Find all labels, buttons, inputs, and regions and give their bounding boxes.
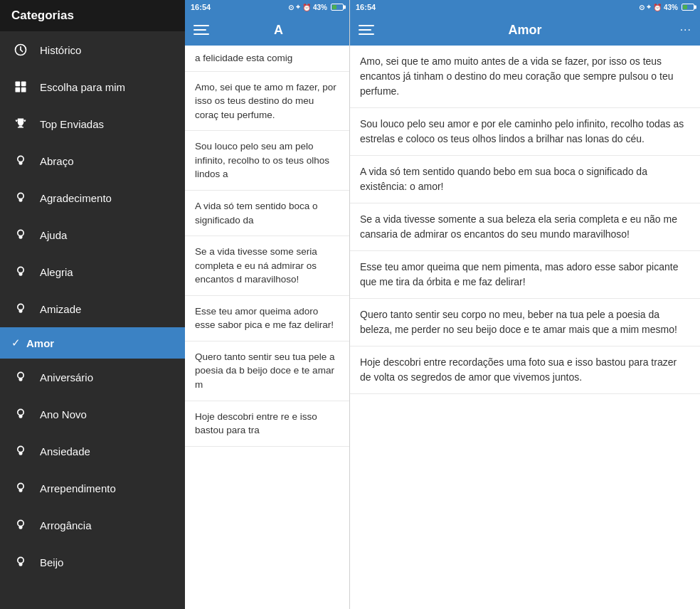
sidebar-item-agradecimento[interactable]: Agradecimento — [0, 179, 185, 216]
sidebar-item-arrependimento[interactable]: Arrependimento — [0, 470, 185, 507]
list-content: a felicidade esta comig Amo, sei que te … — [185, 46, 349, 609]
bulb-icon — [11, 263, 30, 281]
sidebar-item-ansiedade[interactable]: Ansiedade — [0, 433, 185, 470]
list-item-text: Se a vida tivesse some seria completa e … — [195, 246, 317, 285]
alarm-icon: ⏰ — [302, 4, 311, 11]
sidebar-title: Categorias — [11, 9, 74, 23]
sidebar-item-alegria[interactable]: Alegria — [0, 253, 185, 290]
more-button[interactable]: ··· — [669, 23, 691, 36]
list-item-partial-top: a felicidade esta comig — [185, 46, 349, 72]
list-panel: 16:54 ⊙ ⌖ ⏰ 43% A a felicidade esta comi… — [185, 0, 350, 609]
list-item[interactable]: Amo, sei que te amo m fazer, por isso os… — [185, 72, 349, 132]
sidebar-item-label: Histórico — [40, 44, 81, 56]
three-dots-icon: ··· — [680, 23, 691, 36]
sidebar-item-amor[interactable]: ✓ Amor — [0, 327, 185, 359]
sidebar-item-label: Abraço — [40, 155, 74, 167]
list-item-text: A vida só tem sentido boca o significado… — [195, 201, 318, 226]
list-item-text: Sou louco pelo seu am pelo infinito, rec… — [195, 141, 329, 179]
bulb-icon — [11, 479, 30, 497]
sidebar-item-label: Top Enviadas — [40, 118, 104, 130]
sidebar-item-aniversario[interactable]: Aniversário — [0, 359, 185, 396]
sidebar-item-abraco[interactable]: Abraço — [0, 142, 185, 179]
detail-item[interactable]: Quero tanto sentir seu corpo no meu, beb… — [350, 299, 700, 346]
detail-item-text: Se a vida tivesse somente a sua beleza e… — [360, 213, 677, 240]
svg-point-14 — [18, 372, 23, 378]
bulb-icon — [11, 189, 30, 207]
status-bar: 16:54 ⊙ ⌖ ⏰ 43% — [185, 0, 349, 14]
sidebar-item-beijo[interactable]: Beijo — [0, 544, 185, 581]
svg-point-15 — [18, 409, 23, 415]
detail-item[interactable]: Se a vida tivesse somente a sua beleza e… — [350, 203, 700, 251]
hamburger-icon — [359, 29, 371, 31]
detail-item-text: Amo, sei que te amo muito antes de a vid… — [360, 55, 674, 97]
svg-point-9 — [18, 156, 23, 161]
svg-point-10 — [18, 193, 23, 198]
list-item-text: Amo, sei que te amo m fazer, por isso os… — [195, 82, 336, 120]
hamburger-icon — [193, 33, 209, 35]
detail-item[interactable]: Amo, sei que te amo muito antes de a vid… — [350, 46, 700, 108]
detail-item-text: A vida só tem sentido quando bebo em sua… — [360, 166, 647, 192]
detail-item[interactable]: Hoje descobri entre recordações uma foto… — [350, 346, 700, 394]
list-item[interactable]: A vida só tem sentido boca o significado… — [185, 191, 349, 236]
sidebar-item-escolha[interactable]: Escolha para mim — [0, 68, 185, 105]
sidebar-item-amizade[interactable]: Amizade — [0, 290, 185, 327]
bulb-icon — [11, 368, 30, 386]
svg-point-16 — [18, 446, 23, 452]
sidebar-item-ajuda[interactable]: Ajuda — [0, 216, 185, 253]
sidebar-item-label: Arrependimento — [40, 482, 116, 494]
detail-content: Amo, sei que te amo muito antes de a vid… — [350, 46, 700, 609]
sidebar-item-historico[interactable]: Histórico — [0, 31, 185, 68]
list-item[interactable]: Esse teu amor queima adoro esse sabor pi… — [185, 296, 349, 341]
location-icon: ⌖ — [296, 3, 300, 11]
list-item[interactable]: Quero tanto sentir seu tua pele a poesia… — [185, 341, 349, 401]
svg-point-12 — [18, 267, 23, 272]
sidebar-item-ano-novo[interactable]: Ano Novo — [0, 396, 185, 433]
menu-button[interactable] — [193, 25, 216, 35]
svg-point-18 — [18, 520, 23, 526]
sidebar-item-label: Arrogância — [40, 519, 92, 531]
svg-rect-3 — [16, 82, 21, 87]
battery-icon — [682, 4, 694, 11]
sidebar-item-label: Beijo — [40, 556, 63, 568]
cube-icon — [11, 78, 30, 96]
bulb-icon — [11, 226, 30, 244]
svg-point-17 — [18, 483, 23, 489]
svg-point-19 — [18, 557, 23, 563]
detail-item[interactable]: Sou louco pelo seu amor e por ele caminh… — [350, 108, 700, 156]
bulb-icon — [11, 516, 30, 534]
detail-menu-button[interactable] — [359, 25, 381, 35]
list-item-text: Quero tanto sentir seu tua pele a poesia… — [195, 351, 335, 390]
list-item[interactable]: Sou louco pelo seu am pelo infinito, rec… — [185, 131, 349, 191]
list-item[interactable]: Se a vida tivesse some seria completa e … — [185, 236, 349, 296]
battery-percent: 43% — [313, 4, 327, 11]
detail-status-bar: 16:54 ⊙ ⌖ ⏰ 43% — [350, 0, 700, 14]
bulb-icon — [11, 300, 30, 318]
list-item-text: Esse teu amor queima adoro esse sabor pi… — [195, 306, 334, 331]
hamburger-icon — [359, 25, 374, 26]
bulb-icon — [11, 405, 30, 423]
sidebar-header: Categorias — [0, 0, 185, 31]
location-icon: ⌖ — [647, 3, 651, 11]
sidebar-item-label: Escolha para mim — [40, 81, 125, 93]
svg-line-2 — [21, 50, 23, 52]
detail-item[interactable]: Esse teu amor queima que nem pimenta, ma… — [350, 251, 700, 299]
navbar: A — [185, 14, 349, 46]
sidebar-item-label: Alegria — [40, 266, 73, 278]
svg-rect-5 — [16, 88, 21, 92]
sidebar-item-arrogancia[interactable]: Arrogância — [0, 507, 185, 544]
sidebar-item-top[interactable]: Top Enviadas — [0, 105, 185, 142]
detail-navbar: Amor ··· — [350, 14, 700, 46]
sidebar-item-label: Amizade — [40, 303, 81, 315]
sidebar-item-label: Ajuda — [40, 229, 67, 241]
svg-point-13 — [18, 304, 23, 309]
sidebar-panel: Categorias Histórico — [0, 0, 185, 609]
sidebar-item-label: Aniversário — [40, 371, 93, 383]
detail-item[interactable]: A vida só tem sentido quando bebo em sua… — [350, 156, 700, 203]
status-right: ⊙ ⌖ ⏰ 43% — [288, 3, 344, 11]
hamburger-icon — [359, 33, 374, 35]
bulb-icon — [11, 442, 30, 460]
battery-icon — [331, 4, 344, 11]
bulb-icon — [11, 152, 30, 170]
list-item[interactable]: Hoje descobri entre re e isso bastou par… — [185, 401, 349, 447]
detail-status-right: ⊙ ⌖ ⏰ 43% — [639, 3, 694, 11]
